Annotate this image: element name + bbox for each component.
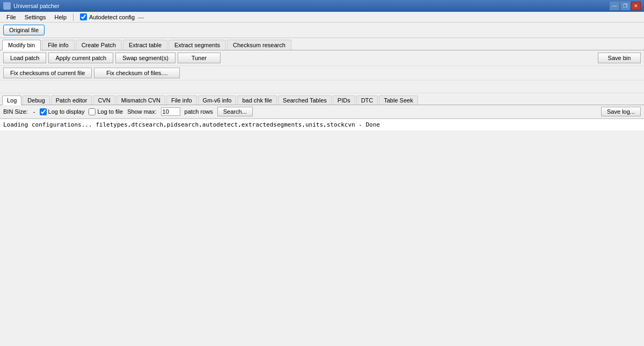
save-bin-button[interactable]: Save bin <box>598 53 641 63</box>
swap-segments-button[interactable]: Swap segment(s) <box>115 53 175 63</box>
window-controls: — ❐ ✕ <box>610 2 641 10</box>
menu-file[interactable]: File <box>2 13 20 21</box>
tab-patch-editor[interactable]: Patch editor <box>51 95 92 105</box>
bin-size-label: BIN Size: <box>3 108 28 115</box>
log-to-display-label[interactable]: Log to display <box>40 108 85 115</box>
title-left: Universal patcher <box>3 2 60 10</box>
minimize-button[interactable]: — <box>610 2 619 10</box>
autodetect-label[interactable]: Autodetect config <box>80 13 135 20</box>
fix-checksum-files-button[interactable]: Fix checksum of files.... <box>94 68 180 78</box>
tab-pids[interactable]: PIDs <box>333 95 355 105</box>
tab-table-seek[interactable]: Table Seek <box>379 95 418 105</box>
autodetect-dash: — <box>138 14 144 20</box>
show-max-label: Show max: <box>127 108 156 115</box>
tab-file-info-2[interactable]: File info <box>166 95 197 105</box>
menu-separator <box>73 13 74 21</box>
tab-dtc[interactable]: DTC <box>356 95 378 105</box>
load-patch-button[interactable]: Load patch <box>3 53 46 63</box>
tab-searched-tables[interactable]: Searched Tables <box>278 95 332 105</box>
tab-file-info[interactable]: File info <box>42 40 75 50</box>
app-title: Universal patcher <box>13 3 60 9</box>
action-row: Load patch Apply current patch Swap segm… <box>0 50 644 66</box>
tab-bad-chk-file[interactable]: bad chk file <box>237 95 277 105</box>
tab-modify-bin[interactable]: Modify bin <box>2 40 41 50</box>
tab-extract-table[interactable]: Extract table <box>123 40 167 50</box>
menu-bar: File Settings Help Autodetect config — <box>0 12 644 23</box>
fix-checksums-current-button[interactable]: Fix checksums of current file <box>3 68 92 78</box>
log-area: Loading configurations... filetypes,dtcs… <box>0 119 644 130</box>
log-to-display-checkbox[interactable] <box>40 108 47 115</box>
title-bar: Universal patcher — ❐ ✕ <box>0 0 644 12</box>
autodetect-text: Autodetect config <box>89 14 135 20</box>
toolbar-area: Original file <box>0 23 644 38</box>
app-icon <box>3 2 11 10</box>
log-content: Loading configurations... filetypes,dtcs… <box>3 121 380 128</box>
tab-bar-1: Modify bin File info Create Patch Extrac… <box>0 38 644 50</box>
menu-help[interactable]: Help <box>50 13 71 21</box>
close-button[interactable]: ✕ <box>631 2 641 10</box>
search-button[interactable]: Search... <box>217 107 253 116</box>
tab-gm-v6-info[interactable]: Gm-v6 info <box>198 95 237 105</box>
show-max-input[interactable] <box>161 107 180 116</box>
patch-rows-label: patch rows <box>185 108 213 115</box>
tuner-button[interactable]: Tuner <box>178 53 221 63</box>
tab-cvn[interactable]: CVN <box>93 95 115 105</box>
restore-button[interactable]: ❐ <box>620 2 630 10</box>
original-file-button[interactable]: Original file <box>3 25 45 35</box>
bin-size-value: - <box>33 108 35 115</box>
tab-log[interactable]: Log <box>2 95 21 105</box>
tab-bar-2: Log Debug Patch editor CVN Mismatch CVN … <box>0 93 644 105</box>
log-to-file-label[interactable]: Log to file <box>89 108 123 115</box>
autodetect-checkbox[interactable] <box>80 13 87 20</box>
tab-checksum-research[interactable]: Checksum research <box>227 40 291 50</box>
tab-debug[interactable]: Debug <box>23 95 49 105</box>
log-options-row: BIN Size: - Log to display Log to file S… <box>0 105 644 119</box>
menu-settings[interactable]: Settings <box>20 13 50 21</box>
spacer-row <box>0 80 644 93</box>
apply-current-patch-button[interactable]: Apply current patch <box>48 53 113 63</box>
log-to-file-checkbox[interactable] <box>89 108 96 115</box>
tab-create-patch[interactable]: Create Patch <box>76 40 122 50</box>
tab-extract-segments[interactable]: Extract segments <box>169 40 226 50</box>
tab-mismatch-cvn[interactable]: Mismatch CVN <box>116 95 165 105</box>
save-log-button[interactable]: Save log... <box>601 107 641 116</box>
checksum-row: Fix checksums of current file Fix checks… <box>0 66 644 80</box>
